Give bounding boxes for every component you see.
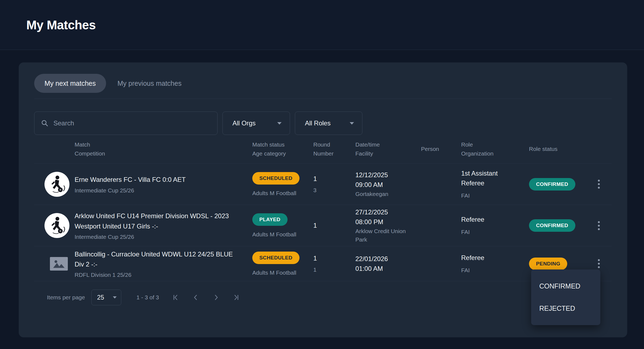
- first-page-icon[interactable]: [170, 292, 181, 303]
- match-time: 01:00 AM: [355, 264, 421, 274]
- header-status-age: Match status Age category: [252, 140, 313, 158]
- facility: Arklow Credit Union Park: [355, 227, 410, 244]
- table-header: Match Competition Match status Age categ…: [34, 135, 612, 164]
- search-box[interactable]: [34, 112, 218, 135]
- role-status-badge[interactable]: CONFIRMED: [529, 219, 575, 232]
- chevron-down-icon: [350, 122, 354, 125]
- match-date: 12/12/2025: [355, 170, 421, 180]
- match-competition: RDFL Division 1 25/26: [75, 272, 252, 278]
- menu-item-rejected[interactable]: REJECTED: [531, 297, 600, 320]
- header-match-competition: Match Competition: [75, 140, 252, 158]
- organization: FAI: [461, 191, 529, 200]
- menu-item-confirmed[interactable]: CONFIRMED: [531, 275, 600, 297]
- facility: Gortakeegan: [355, 190, 421, 198]
- role-name: 1st Assistant Referee: [461, 169, 514, 188]
- age-category: Adults M Football: [252, 190, 313, 196]
- age-category: Adults M Football: [252, 269, 313, 276]
- filters-bar: All Orgs All Roles: [34, 112, 612, 135]
- role-status-badge[interactable]: PENDING: [529, 258, 567, 270]
- header-datetime-facility: Date/time Facility: [355, 140, 421, 158]
- number-value: 3: [313, 186, 355, 195]
- chevron-down-icon: [277, 122, 282, 125]
- page-size-select[interactable]: 25: [91, 290, 121, 305]
- header-round-number: Round Number: [313, 140, 355, 158]
- header-person: Person: [421, 145, 461, 154]
- paginator: Items per page 25 1 - 3 of 3: [34, 281, 612, 314]
- match-status-badge: SCHEDULED: [252, 172, 299, 185]
- search-icon: [41, 119, 49, 127]
- number-value: 1: [313, 265, 355, 274]
- role-status-badge[interactable]: CONFIRMED: [529, 178, 575, 191]
- tabs-bar: My next matches My previous matches: [34, 74, 612, 93]
- match-status-badge: SCHEDULED: [252, 252, 299, 264]
- page-title: My Matches: [26, 18, 96, 32]
- previous-page-icon[interactable]: [190, 292, 201, 303]
- match-time: 09:00 AM: [355, 180, 421, 190]
- table-row[interactable]: Arklow United FC U14 Premier Division WD…: [34, 205, 612, 246]
- football-player-icon: [46, 174, 68, 195]
- table-row[interactable]: Erne Wanderers FC - Villa FC 0:0 AET Int…: [34, 164, 612, 205]
- match-status-badge: PLAYED: [252, 213, 288, 226]
- tab-my-next-matches[interactable]: My next matches: [34, 74, 106, 93]
- table-row[interactable]: Ballincollig - Curracloe United WDWL U12…: [34, 246, 612, 281]
- round-value: 1: [313, 221, 355, 230]
- row-actions-kebab-icon[interactable]: [593, 217, 605, 234]
- orgs-filter-value: All Orgs: [232, 119, 256, 127]
- items-per-page-label: Items per page: [47, 294, 85, 301]
- roles-filter-value: All Roles: [305, 119, 331, 127]
- chevron-down-icon: [113, 296, 117, 299]
- match-title: Arklow United FC U14 Premier Division WD…: [75, 211, 241, 231]
- row-actions-kebab-icon[interactable]: [593, 176, 605, 192]
- match-date: 27/12/2025: [355, 207, 421, 217]
- age-category: Adults M Football: [252, 231, 313, 238]
- tabs-divider: [34, 99, 612, 99]
- match-competition: Intermediate Cup 25/26: [75, 187, 252, 194]
- roles-filter-select[interactable]: All Roles: [295, 112, 362, 135]
- round-value: 1: [313, 174, 355, 184]
- organization: FAI: [461, 228, 529, 236]
- search-input[interactable]: [53, 119, 211, 127]
- role-name: Referee: [461, 253, 514, 263]
- page-range-label: 1 - 3 of 3: [136, 294, 159, 301]
- header-role-organization: Role Organization: [461, 140, 529, 158]
- orgs-filter-select[interactable]: All Orgs: [222, 112, 290, 135]
- role-status-menu: CONFIRMED REJECTED: [531, 269, 600, 325]
- image-placeholder-icon: [50, 257, 68, 271]
- avatar: [44, 172, 69, 197]
- app-header: My Matches: [0, 0, 644, 50]
- match-date: 22/01/2026: [355, 254, 421, 264]
- match-title: Erne Wanderers FC - Villa FC 0:0 AET: [75, 174, 241, 185]
- header-role-status: Role status: [529, 145, 593, 154]
- tab-my-previous-matches[interactable]: My previous matches: [117, 80, 181, 87]
- page-size-value: 25: [97, 294, 104, 301]
- match-competition: Intermediate Cup 25/26: [75, 234, 252, 240]
- round-value: 1: [313, 253, 355, 263]
- avatar: [44, 213, 69, 238]
- role-name: Referee: [461, 215, 514, 224]
- match-title: Ballincollig - Curracloe United WDWL U12…: [75, 249, 241, 269]
- next-page-icon[interactable]: [211, 292, 221, 303]
- organization: FAI: [461, 266, 529, 275]
- football-player-icon: [46, 215, 68, 236]
- last-page-icon[interactable]: [231, 292, 241, 303]
- match-time: 08:00 PM: [355, 217, 421, 227]
